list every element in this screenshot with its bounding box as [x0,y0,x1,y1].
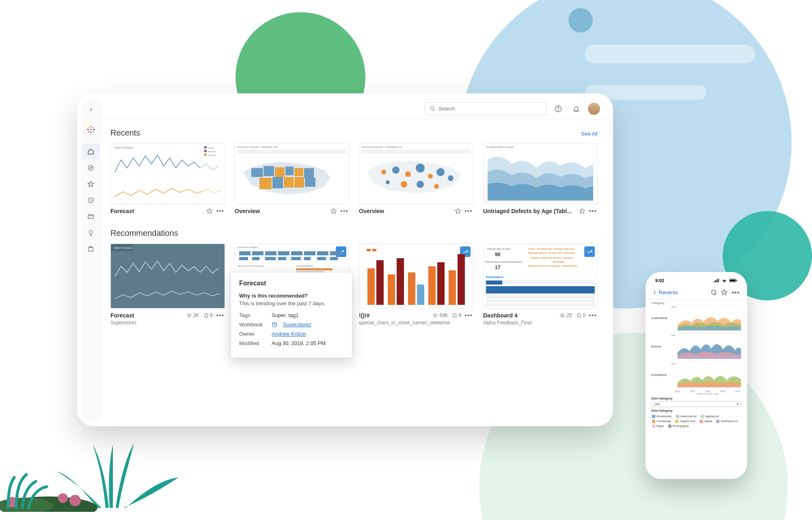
svg-point-3 [69,495,81,506]
favorite-toggle[interactable] [579,208,585,214]
reco-detail-popover: Forecast Why is this recommended? This i… [231,272,352,358]
svg-rect-124 [717,279,717,282]
svg-point-53 [436,168,445,176]
svg-point-9 [88,127,89,128]
main-area: Recents See All Sales Forecast ActualEst… [100,98,608,421]
svg-marker-102 [452,313,457,317]
phone-more-button[interactable]: ••• [732,289,740,296]
card-thumbnail: Total Number of users 98 Total Number of… [483,244,598,309]
recents-see-all[interactable]: See All [581,131,598,137]
recents-grid: Sales Forecast ActualEstimateForecast Fo… [110,143,598,215]
svg-rect-38 [294,168,303,176]
svg-rect-76 [239,257,248,260]
expand-nav-button[interactable] [82,102,100,117]
card-title: Dashboard 4 [483,312,557,319]
phone-back-button[interactable]: Recents [653,289,678,296]
svg-point-7 [87,129,89,130]
svg-rect-34 [251,168,263,177]
svg-point-5 [90,126,92,127]
favorite-toggle[interactable] [206,208,213,214]
help-button[interactable] [552,103,564,115]
card-thumbnail: Executive Overview - Profitability (v2) [235,143,349,204]
phone-time: 9:02 [655,278,664,283]
svg-rect-112 [486,280,502,285]
reco-card[interactable]: !()!# 596 9 ••• special_chars_in_sheet_n… [359,244,473,326]
popup-tags-label: Tags [239,312,266,318]
card-more-button[interactable]: ••• [215,312,225,319]
favorite-toggle[interactable] [455,208,461,214]
card-more-button[interactable]: ••• [588,312,598,319]
popup-workbook-link[interactable]: Superstorez [283,321,311,328]
card-thumbnail: Executive Overview - Profitability (v1) [359,143,473,204]
popup-tags-value: Super, tag1 [272,312,299,318]
nav-favorites[interactable] [82,176,100,192]
card-more-button[interactable]: ••• [464,312,473,319]
card-more-button[interactable]: ••• [588,207,598,215]
recommendations-heading: Recommendations [110,229,178,238]
phone-mini-chart [677,362,741,388]
recents-card[interactable]: Sales Forecast ActualEstimateForecast Fo… [110,143,225,215]
search-input[interactable] [438,106,542,112]
phone-body[interactable]: Category Collections 40K Events 40K [649,300,744,476]
svg-rect-25 [204,146,207,149]
reco-card[interactable]: Trending Sales Forecast Forecast [110,244,225,326]
svg-rect-94 [397,258,404,305]
content-scroll[interactable]: Recents See All Sales Forecast ActualEst… [100,119,608,421]
svg-rect-75 [330,251,341,255]
svg-point-65 [188,315,190,316]
svg-rect-62 [111,244,225,309]
notifications-button[interactable] [570,103,582,115]
svg-point-56 [417,181,424,188]
svg-point-23 [558,110,558,110]
svg-rect-73 [304,251,315,255]
svg-rect-42 [284,177,294,188]
nav-explore[interactable] [82,160,100,175]
nav-shared[interactable] [82,209,100,224]
svg-rect-114 [486,295,595,298]
nav-recommendations[interactable] [82,225,100,240]
svg-rect-35 [263,166,274,176]
svg-marker-66 [204,313,209,317]
user-avatar[interactable] [588,103,600,115]
phone-favorite-button[interactable] [721,289,728,296]
workbook-icon [272,322,277,328]
card-thumbnail: Sales Forecast ActualEstimateForecast [110,143,225,204]
bell-icon [572,105,580,112]
card-more-button[interactable]: ••• [339,207,349,215]
recents-card[interactable]: Untriaged Defects by Age Untriaged Defec… [483,143,598,215]
users-value: 98 [495,252,501,257]
card-more-button[interactable]: ••• [464,207,473,215]
popup-owner-link[interactable]: Andrew Kritzer [272,331,306,337]
svg-line-21 [433,110,434,111]
svg-rect-37 [285,166,294,175]
svg-point-58 [386,180,390,184]
card-more-button[interactable]: ••• [215,207,225,215]
svg-marker-15 [88,181,93,186]
svg-rect-79 [278,257,286,260]
phone-subcategory-select[interactable]: (All)▾ [651,401,741,407]
search-box[interactable] [425,102,546,115]
nav-recents[interactable] [82,192,100,208]
recents-card[interactable]: Executive Overview - Profitability (v2) … [235,143,349,215]
favorite-toggle[interactable] [330,208,337,214]
svg-rect-91 [367,268,375,305]
nav-collections[interactable] [82,241,100,257]
recents-card[interactable]: Executive Overview - Profitability (v1) … [359,143,473,215]
svg-text:Pittsburgh Cuescrub · US Bank : Pittsburgh Cuescrub · US Bank Corp · Nor… [528,252,577,254]
svg-rect-125 [718,279,719,282]
phone-status-bar: 9:02 [649,275,744,286]
svg-rect-98 [437,262,445,305]
nav-home[interactable] [82,144,100,159]
svg-rect-70 [265,251,276,255]
svg-point-130 [715,293,716,295]
svg-rect-27 [204,150,207,152]
svg-point-12 [92,131,93,132]
reco-card[interactable]: Total Number of users 98 Total Number of… [483,244,598,326]
card-subtitle: Alpha Feedback_Final [483,320,598,326]
svg-rect-96 [417,285,424,305]
svg-text:Estimate: Estimate [208,150,216,153]
phone-share-button[interactable] [710,289,717,296]
star-icon [206,208,213,214]
popup-workbook-label: Workbook [239,321,266,328]
svg-marker-61 [580,208,585,214]
